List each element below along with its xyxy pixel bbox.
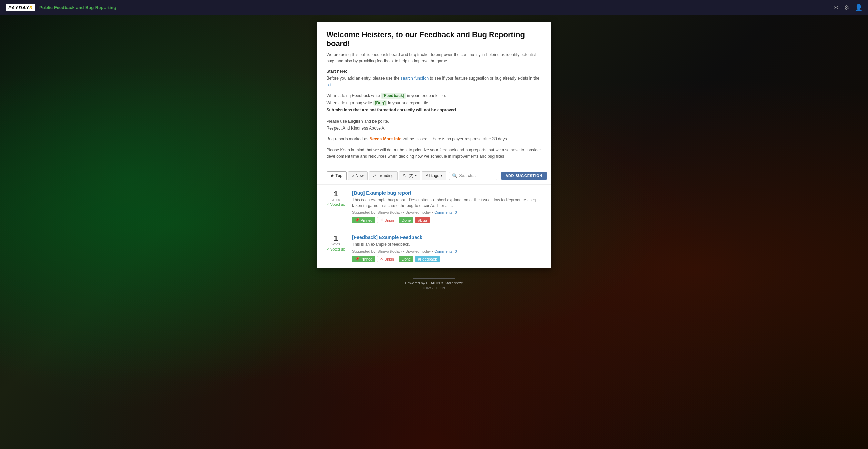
item-meta: Suggested by: Shievo (today) • Upvoted: … [352,210,542,214]
filter-trending-button[interactable]: ↗ Trending [369,171,398,180]
circle-icon: ○ [352,173,354,178]
navbar: PAYDAY3 Public Feedback and Bug Reportin… [0,0,868,15]
welcome-title: Welcome Heisters, to our Feedback and Bu… [327,30,542,48]
welcome-description: We are using this public feedback board … [327,52,542,64]
filter-top-button[interactable]: ★ Top [327,171,347,180]
star-icon: ★ [330,173,334,178]
mail-icon[interactable]: ✉ [833,4,838,11]
item-row: 1 votes Voted up [Bug] Example bug repor… [317,185,551,229]
list-link[interactable]: list [327,82,332,87]
tag-pinned[interactable]: 📌 Pinned [352,256,375,262]
logo-text: PAYDAY3 [8,5,32,10]
vote-count: 1 [334,235,338,242]
language-rules: Please use English and be polite. Respec… [327,118,542,132]
comments-link[interactable]: Comments: 0 [434,210,457,214]
content-panel: Welcome Heisters, to our Feedback and Bu… [317,22,551,268]
main-container: Welcome Heisters, to our Feedback and Bu… [0,15,868,275]
voted-up-label: Voted up [327,202,345,207]
footer-timing: 0.02s - 0.021s [3,286,865,290]
language-rule-2: Respect And Kindness Above All. [327,125,542,132]
filter-all-tags-button[interactable]: All tags [422,171,446,180]
welcome-section: Welcome Heisters, to our Feedback and Bu… [317,22,551,167]
language-rule-1: Please use English and be polite. [327,118,542,125]
footer-divider [413,278,455,279]
navbar-left: PAYDAY3 Public Feedback and Bug Reportin… [6,4,116,11]
comments-link[interactable]: Comments: 0 [434,249,457,253]
tag-pinned[interactable]: 📌 Pinned [352,217,375,223]
tag-unpin[interactable]: ✕ Unpin [377,256,397,262]
search-box[interactable]: 🔍 [449,172,497,180]
filter-new-button[interactable]: ○ New [348,171,368,180]
item-tags: 📌 Pinned ✕ Unpin Done #Feedback [352,256,542,262]
items-list: 1 votes Voted up [Bug] Example bug repor… [317,184,551,268]
item-title[interactable]: [Bug] Example bug report [352,190,542,196]
vote-section: 1 votes Voted up [327,190,345,207]
filter-all-button[interactable]: All (2) [399,171,420,180]
logo-box[interactable]: PAYDAY3 [6,4,35,11]
item-description: This is an example bug report. Descripti… [352,197,542,209]
tag-bug[interactable]: #Bug [415,217,430,223]
bug-rule: When adding a bug write [Bug] in your bu… [327,100,542,106]
navbar-right: ✉ ⚙ 👤 [833,4,862,11]
item-row: 1 votes Voted up [Feedback] Example Feed… [317,229,551,268]
trending-icon: ↗ [373,173,376,178]
filter-bar: ★ Top ○ New ↗ Trending All (2) All tags … [317,167,551,184]
tag-done[interactable]: Done [399,217,413,223]
start-instructions: Before you add an entry, please use the … [327,75,542,88]
item-meta: Suggested by: Shievo (today) • Upvoted: … [352,249,542,253]
powered-by-text: Powered by PLAION & Starbreeze [405,281,463,285]
search-icon: 🔍 [452,173,457,178]
vote-section: 1 votes Voted up [327,235,345,251]
tag-feedback[interactable]: #Feedback [415,256,439,262]
voted-up-label: Voted up [327,247,345,251]
needs-more-info-text: Bug reports marked as Needs More Info wi… [327,136,542,142]
search-function-link[interactable]: search function [401,76,429,81]
unpin-icon: ✕ [380,257,383,261]
add-suggestion-button[interactable]: ADD SUGGESTION [501,172,547,180]
feedback-rule: When adding Feedback write [Feedback] in… [327,92,542,99]
logo-number: 3 [29,5,32,10]
tag-done[interactable]: Done [399,256,413,262]
closing-text: Please Keep in mind that we will do our … [327,147,542,160]
pinned-icon: 📌 [355,218,360,222]
gear-icon[interactable]: ⚙ [844,4,849,11]
user-icon[interactable]: 👤 [855,4,862,11]
item-tags: 📌 Pinned ✕ Unpin Done #Bug [352,217,542,223]
item-description: This is an example of feedback. [352,242,542,247]
search-input[interactable] [459,173,494,178]
item-content: [Feedback] Example Feedback This is an e… [352,235,542,262]
format-warning: Submissions that are not formatted corre… [327,106,542,113]
unpin-icon: ✕ [380,218,383,222]
votes-label: votes [332,242,340,246]
votes-label: votes [332,198,340,202]
start-here-label: Start here: [327,69,542,74]
formatting-rules: When adding Feedback write [Feedback] in… [327,92,542,113]
site-title: Public Feedback and Bug Reporting [39,5,116,10]
pinned-icon: 📌 [355,257,360,261]
item-title[interactable]: [Feedback] Example Feedback [352,235,542,240]
item-content: [Bug] Example bug report This is an exam… [352,190,542,224]
tag-unpin[interactable]: ✕ Unpin [377,217,397,223]
footer: Powered by PLAION & Starbreeze 0.02s - 0… [0,275,868,294]
vote-count: 1 [334,190,338,198]
